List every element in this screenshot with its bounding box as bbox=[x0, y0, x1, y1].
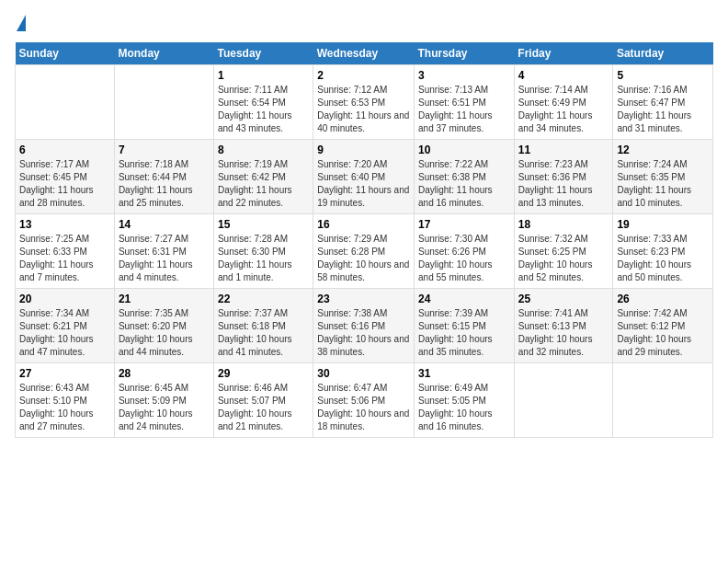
day-info: Sunrise: 7:30 AMSunset: 6:26 PMDaylight:… bbox=[418, 233, 510, 284]
calendar-cell: 8Sunrise: 7:19 AMSunset: 6:42 PMDaylight… bbox=[213, 140, 313, 214]
day-number: 19 bbox=[617, 218, 709, 231]
calendar-cell: 6Sunrise: 7:17 AMSunset: 6:45 PMDaylight… bbox=[16, 140, 115, 214]
day-number: 12 bbox=[617, 144, 709, 156]
day-number: 31 bbox=[418, 367, 510, 380]
day-info: Sunrise: 7:23 AMSunset: 6:36 PMDaylight:… bbox=[518, 158, 609, 210]
calendar-cell: 7Sunrise: 7:18 AMSunset: 6:44 PMDaylight… bbox=[114, 140, 213, 214]
day-info: Sunrise: 7:19 AMSunset: 6:42 PMDaylight:… bbox=[218, 158, 309, 210]
day-info: Sunrise: 7:13 AMSunset: 6:51 PMDaylight:… bbox=[418, 84, 510, 135]
day-number: 9 bbox=[317, 144, 410, 156]
calendar-cell: 2Sunrise: 7:12 AMSunset: 6:53 PMDaylight… bbox=[313, 65, 415, 140]
calendar-cell: 16Sunrise: 7:29 AMSunset: 6:28 PMDayligh… bbox=[313, 214, 415, 289]
calendar-cell: 22Sunrise: 7:37 AMSunset: 6:18 PMDayligh… bbox=[213, 289, 313, 363]
calendar-cell: 13Sunrise: 7:25 AMSunset: 6:33 PMDayligh… bbox=[16, 214, 115, 289]
day-info: Sunrise: 7:14 AMSunset: 6:49 PMDaylight:… bbox=[518, 84, 609, 135]
day-number: 29 bbox=[218, 367, 309, 380]
day-number: 24 bbox=[418, 293, 510, 305]
day-number: 2 bbox=[317, 69, 410, 82]
header-day-thursday: Thursday bbox=[415, 42, 515, 65]
calendar-cell: 12Sunrise: 7:24 AMSunset: 6:35 PMDayligh… bbox=[613, 140, 713, 214]
calendar-cell: 20Sunrise: 7:34 AMSunset: 6:21 PMDayligh… bbox=[16, 289, 115, 363]
day-number: 4 bbox=[518, 69, 609, 82]
day-info: Sunrise: 7:33 AMSunset: 6:23 PMDaylight:… bbox=[617, 233, 709, 284]
calendar-week-5: 27Sunrise: 6:43 AMSunset: 5:10 PMDayligh… bbox=[16, 363, 713, 438]
logo bbox=[15, 15, 26, 33]
day-number: 11 bbox=[518, 144, 609, 156]
day-info: Sunrise: 7:12 AMSunset: 6:53 PMDaylight:… bbox=[317, 84, 410, 135]
calendar-cell: 15Sunrise: 7:28 AMSunset: 6:30 PMDayligh… bbox=[213, 214, 313, 289]
day-number: 16 bbox=[317, 218, 410, 231]
day-number: 26 bbox=[617, 293, 709, 305]
day-info: Sunrise: 7:35 AMSunset: 6:20 PMDaylight:… bbox=[119, 307, 210, 359]
calendar-cell: 23Sunrise: 7:38 AMSunset: 6:16 PMDayligh… bbox=[313, 289, 415, 363]
header-day-monday: Monday bbox=[114, 42, 213, 65]
day-info: Sunrise: 7:22 AMSunset: 6:38 PMDaylight:… bbox=[418, 158, 510, 210]
calendar-cell: 21Sunrise: 7:35 AMSunset: 6:20 PMDayligh… bbox=[114, 289, 213, 363]
day-info: Sunrise: 7:25 AMSunset: 6:33 PMDaylight:… bbox=[19, 233, 110, 284]
calendar-cell bbox=[114, 65, 213, 140]
day-info: Sunrise: 7:29 AMSunset: 6:28 PMDaylight:… bbox=[317, 233, 410, 284]
calendar-cell: 26Sunrise: 7:42 AMSunset: 6:12 PMDayligh… bbox=[613, 289, 713, 363]
calendar-week-4: 20Sunrise: 7:34 AMSunset: 6:21 PMDayligh… bbox=[16, 289, 713, 363]
header-day-tuesday: Tuesday bbox=[213, 42, 313, 65]
day-info: Sunrise: 6:45 AMSunset: 5:09 PMDaylight:… bbox=[119, 382, 210, 433]
calendar-cell: 27Sunrise: 6:43 AMSunset: 5:10 PMDayligh… bbox=[16, 363, 115, 438]
day-info: Sunrise: 6:46 AMSunset: 5:07 PMDaylight:… bbox=[218, 382, 309, 433]
day-number: 17 bbox=[418, 218, 510, 231]
day-info: Sunrise: 7:38 AMSunset: 6:16 PMDaylight:… bbox=[317, 307, 410, 359]
day-number: 30 bbox=[317, 367, 410, 380]
day-info: Sunrise: 7:37 AMSunset: 6:18 PMDaylight:… bbox=[218, 307, 309, 359]
calendar-week-2: 6Sunrise: 7:17 AMSunset: 6:45 PMDaylight… bbox=[16, 140, 713, 214]
calendar-cell: 17Sunrise: 7:30 AMSunset: 6:26 PMDayligh… bbox=[415, 214, 515, 289]
calendar-cell: 31Sunrise: 6:49 AMSunset: 5:05 PMDayligh… bbox=[415, 363, 515, 438]
day-number: 18 bbox=[518, 218, 609, 231]
calendar-cell: 3Sunrise: 7:13 AMSunset: 6:51 PMDaylight… bbox=[415, 65, 515, 140]
calendar-cell: 28Sunrise: 6:45 AMSunset: 5:09 PMDayligh… bbox=[114, 363, 213, 438]
day-number: 28 bbox=[119, 367, 210, 380]
day-info: Sunrise: 7:24 AMSunset: 6:35 PMDaylight:… bbox=[617, 158, 709, 210]
day-info: Sunrise: 7:17 AMSunset: 6:45 PMDaylight:… bbox=[19, 158, 110, 210]
day-number: 27 bbox=[19, 367, 110, 380]
header-day-saturday: Saturday bbox=[613, 42, 713, 65]
day-info: Sunrise: 7:18 AMSunset: 6:44 PMDaylight:… bbox=[119, 158, 210, 210]
day-info: Sunrise: 6:43 AMSunset: 5:10 PMDaylight:… bbox=[19, 382, 110, 433]
calendar-cell bbox=[514, 363, 613, 438]
day-number: 10 bbox=[418, 144, 510, 156]
day-number: 8 bbox=[218, 144, 309, 156]
day-info: Sunrise: 6:49 AMSunset: 5:05 PMDaylight:… bbox=[418, 382, 510, 433]
day-number: 7 bbox=[119, 144, 210, 156]
day-info: Sunrise: 7:20 AMSunset: 6:40 PMDaylight:… bbox=[317, 158, 410, 210]
day-number: 22 bbox=[218, 293, 309, 305]
calendar-table: SundayMondayTuesdayWednesdayThursdayFrid… bbox=[15, 42, 713, 438]
page-header bbox=[15, 15, 713, 33]
day-number: 5 bbox=[617, 69, 709, 82]
calendar-cell: 29Sunrise: 6:46 AMSunset: 5:07 PMDayligh… bbox=[213, 363, 313, 438]
day-info: Sunrise: 7:27 AMSunset: 6:31 PMDaylight:… bbox=[119, 233, 210, 284]
calendar-week-3: 13Sunrise: 7:25 AMSunset: 6:33 PMDayligh… bbox=[16, 214, 713, 289]
calendar-cell: 30Sunrise: 6:47 AMSunset: 5:06 PMDayligh… bbox=[313, 363, 415, 438]
day-info: Sunrise: 7:16 AMSunset: 6:47 PMDaylight:… bbox=[617, 84, 709, 135]
header-day-sunday: Sunday bbox=[16, 42, 115, 65]
day-number: 23 bbox=[317, 293, 410, 305]
day-info: Sunrise: 7:32 AMSunset: 6:25 PMDaylight:… bbox=[518, 233, 609, 284]
header-day-wednesday: Wednesday bbox=[313, 42, 415, 65]
day-info: Sunrise: 7:28 AMSunset: 6:30 PMDaylight:… bbox=[218, 233, 309, 284]
header-row: SundayMondayTuesdayWednesdayThursdayFrid… bbox=[16, 42, 713, 65]
day-number: 14 bbox=[119, 218, 210, 231]
header-day-friday: Friday bbox=[514, 42, 613, 65]
calendar-cell: 14Sunrise: 7:27 AMSunset: 6:31 PMDayligh… bbox=[114, 214, 213, 289]
calendar-cell: 11Sunrise: 7:23 AMSunset: 6:36 PMDayligh… bbox=[514, 140, 613, 214]
logo-triangle-icon bbox=[17, 15, 26, 31]
calendar-cell: 9Sunrise: 7:20 AMSunset: 6:40 PMDaylight… bbox=[313, 140, 415, 214]
calendar-cell: 25Sunrise: 7:41 AMSunset: 6:13 PMDayligh… bbox=[514, 289, 613, 363]
day-info: Sunrise: 7:11 AMSunset: 6:54 PMDaylight:… bbox=[218, 84, 309, 135]
day-number: 20 bbox=[19, 293, 110, 305]
day-info: Sunrise: 7:42 AMSunset: 6:12 PMDaylight:… bbox=[617, 307, 709, 359]
day-info: Sunrise: 7:34 AMSunset: 6:21 PMDaylight:… bbox=[19, 307, 110, 359]
day-number: 13 bbox=[19, 218, 110, 231]
calendar-cell: 10Sunrise: 7:22 AMSunset: 6:38 PMDayligh… bbox=[415, 140, 515, 214]
calendar-cell: 1Sunrise: 7:11 AMSunset: 6:54 PMDaylight… bbox=[213, 65, 313, 140]
day-number: 25 bbox=[518, 293, 609, 305]
day-number: 1 bbox=[218, 69, 309, 82]
calendar-cell bbox=[613, 363, 713, 438]
